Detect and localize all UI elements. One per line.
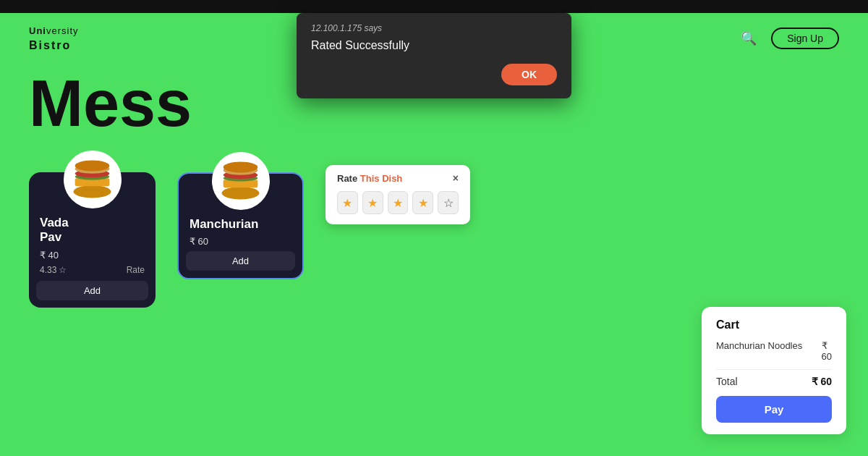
dialog-overlay: 12.100.1.175 says Rated Successfully OK [0,0,868,456]
dialog-from-text: 12.100.1.175 says [311,23,557,33]
dialog-ok-button[interactable]: OK [501,64,557,85]
dialog-box: 12.100.1.175 says Rated Successfully OK [297,13,571,98]
dialog-message: Rated Successfully [311,39,557,52]
